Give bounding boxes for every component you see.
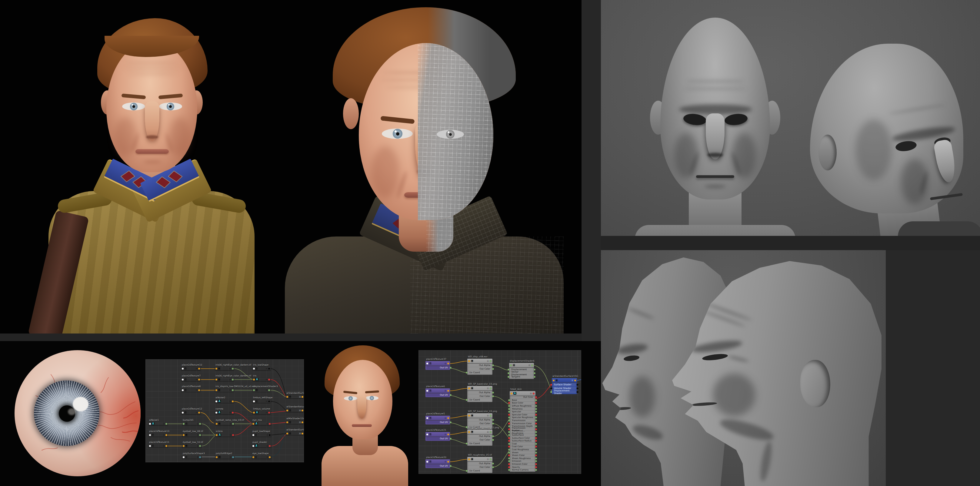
port-dot[interactable] — [232, 412, 234, 414]
node-menu-icon[interactable]: ☰ — [299, 409, 301, 412]
port-dot[interactable] — [508, 466, 510, 468]
port-dot[interactable] — [149, 423, 151, 425]
shader-node-aistandardsurface7sg[interactable]: aiStandardSurface7SG◉☰ — [286, 432, 304, 435]
port-dot[interactable] — [490, 459, 492, 460]
port-dot[interactable] — [574, 379, 576, 381]
port-dot[interactable] — [253, 423, 254, 425]
node-menu-icon[interactable]: ☰ — [229, 411, 231, 414]
node-port-row[interactable]: Emission — [511, 460, 535, 463]
port-dot[interactable] — [232, 400, 234, 402]
node-menu-icon[interactable]: ☰ — [266, 434, 268, 436]
port-dot[interactable] — [215, 400, 217, 402]
node-port-row[interactable]: Out Alpha — [468, 363, 492, 367]
node-port-row[interactable]: Out Color — [468, 438, 492, 441]
port-dot[interactable] — [216, 434, 218, 436]
port-dot[interactable] — [268, 400, 270, 402]
shader-node-wd-disp-v08-exr[interactable]: WD_disp_v08.exr●☰Out AlphaOut ColorUv Co… — [467, 359, 492, 375]
port-dot[interactable] — [286, 410, 288, 411]
shader-node-place2dtexture5[interactable]: place2dTexture5✛☰Out UV — [425, 416, 450, 424]
port-dot[interactable] — [426, 417, 428, 419]
node-header[interactable]: ✛☰ — [425, 459, 450, 464]
port-dot[interactable] — [468, 459, 470, 460]
node-menu-icon[interactable]: ☰ — [229, 368, 231, 370]
shader-node-iris06-righteye-color-darken-tif[interactable]: iris06_rightEye_color_darken.tif●☰ — [215, 367, 234, 370]
port-dot[interactable] — [450, 367, 452, 369]
port-dot[interactable] — [533, 393, 535, 394]
port-dot[interactable] — [466, 399, 468, 401]
port-dot[interactable] — [447, 461, 449, 463]
port-dot[interactable] — [492, 423, 494, 424]
node-menu-icon[interactable]: ☰ — [196, 378, 197, 381]
shader-node-place2dtexture21[interactable]: place2dTexture21✛☰Out UV — [425, 432, 450, 441]
node-menu-icon[interactable]: ☰ — [196, 368, 197, 370]
shader-node-aistandardsurface4sg[interactable]: aiStandardSurface4SG◉☰ — [286, 395, 304, 398]
port-dot[interactable] — [508, 408, 510, 410]
node-bar[interactable]: ✛☰ — [148, 433, 168, 437]
port-dot[interactable] — [535, 449, 537, 451]
port-dot[interactable] — [182, 379, 184, 381]
node-menu-icon[interactable]: ☰ — [196, 411, 197, 414]
port-dot[interactable] — [535, 437, 537, 439]
node-port-row[interactable]: Subsurface Radius — [511, 440, 535, 442]
node-bar[interactable]: ●☰ — [182, 444, 202, 448]
port-dot[interactable] — [577, 391, 579, 393]
node-menu-icon[interactable]: ☰ — [487, 387, 489, 390]
node-header[interactable]: ✛☰ — [425, 416, 450, 420]
port-dot[interactable] — [511, 393, 512, 394]
node-bar[interactable]: ◉☰ — [286, 421, 304, 424]
port-dot[interactable] — [535, 414, 537, 416]
shader-node-wd-sp-basecolor-03-png[interactable]: WD_SP_basecolor_03.png●☰Out AlphaOut Col… — [467, 386, 492, 402]
shader-node-place2dtexture6[interactable]: place2dTexture6✛☰Out UV — [425, 388, 450, 397]
node-port-row[interactable]: Out UV — [426, 464, 449, 467]
node-menu-icon[interactable]: ☰ — [445, 390, 446, 392]
node-port-row[interactable]: Specular Color — [511, 414, 535, 416]
node-port-row[interactable]: Transmission Color — [511, 422, 535, 425]
node-menu-icon[interactable]: ☰ — [487, 431, 489, 433]
port-dot[interactable] — [302, 421, 303, 423]
node-port-row[interactable]: Out Color — [468, 367, 492, 370]
port-dot[interactable] — [492, 365, 494, 366]
node-menu-icon[interactable]: ☰ — [299, 396, 301, 398]
node-menu-icon[interactable]: ☰ — [528, 364, 530, 366]
node-port-row[interactable]: Out UV — [426, 366, 449, 369]
node-menu-icon[interactable]: ☰ — [266, 423, 268, 425]
port-dot[interactable] — [253, 368, 255, 370]
node-menu-icon[interactable]: ☰ — [266, 400, 267, 403]
node-port-row[interactable]: Metalness — [511, 408, 535, 410]
node-menu-icon[interactable]: ☰ — [445, 362, 446, 365]
node-bar[interactable]: ◇☰ — [253, 367, 270, 370]
shader-node-eye-mix[interactable]: eye_mixA☰ — [252, 422, 271, 425]
port-dot[interactable] — [535, 452, 537, 454]
port-dot[interactable] — [198, 412, 200, 414]
port-dot[interactable] — [253, 400, 255, 402]
port-dot[interactable] — [232, 423, 234, 425]
port-dot[interactable] — [535, 423, 537, 424]
port-dot[interactable] — [508, 440, 510, 442]
node-header[interactable]: ●☰ — [467, 430, 492, 434]
port-dot[interactable] — [253, 389, 255, 391]
port-dot[interactable] — [466, 426, 468, 428]
node-menu-icon[interactable]: ☰ — [266, 368, 267, 370]
shader-node-polysurfaceshape3[interactable]: polySurfaceShape3◇☰ — [182, 456, 202, 459]
node-port-row[interactable]: Uv Coord — [468, 371, 492, 374]
port-dot[interactable] — [535, 399, 537, 401]
port-dot[interactable] — [490, 415, 492, 417]
node-menu-icon[interactable]: ☰ — [230, 434, 232, 436]
node-menu-icon[interactable]: ☰ — [266, 389, 267, 391]
port-dot[interactable] — [302, 433, 303, 435]
node-port-row[interactable]: Sheen Color — [511, 454, 535, 457]
shader-node-aistandardsurface1sg[interactable]: aiStandardSurface1SG◉☰Surface ShaderVolu… — [552, 378, 577, 394]
node-header[interactable]: ◉☰ — [509, 363, 534, 368]
node-header[interactable]: ✛☰ — [425, 432, 450, 437]
node-bar[interactable]: A☰ — [252, 444, 271, 448]
port-dot[interactable] — [199, 423, 201, 425]
node-port-row[interactable]: Out Color — [468, 465, 492, 469]
node-menu-icon[interactable]: ☰ — [197, 445, 199, 447]
port-dot[interactable] — [535, 434, 537, 436]
port-dot[interactable] — [534, 376, 535, 378]
port-dot[interactable] — [508, 446, 510, 448]
node-port-row[interactable]: Uv Coord — [468, 469, 492, 472]
port-dot[interactable] — [535, 466, 537, 468]
node-menu-icon[interactable]: ☰ — [266, 445, 268, 447]
node-bar[interactable]: ◉☰ — [253, 388, 270, 392]
